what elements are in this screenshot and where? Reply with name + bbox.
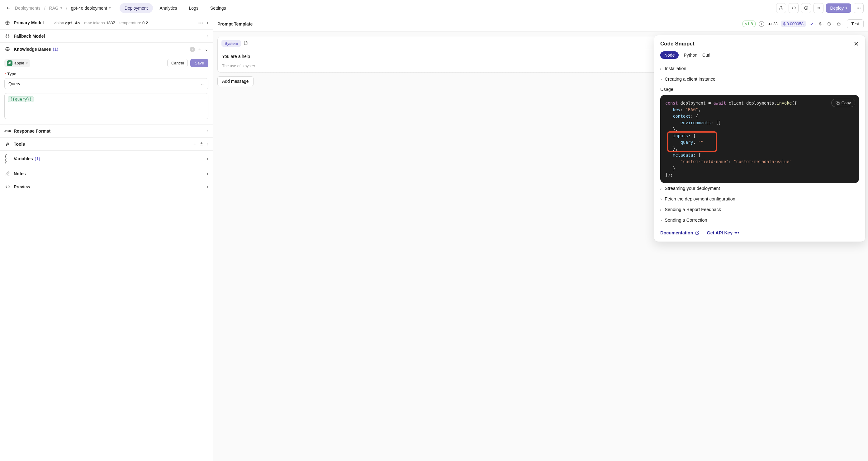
more-icon[interactable]: ⋯ <box>854 3 864 13</box>
chevron-right-icon[interactable]: › <box>207 142 208 146</box>
crumb-project[interactable]: RAG ▾ <box>49 6 62 10</box>
section-knowledge-bases[interactable]: Knowledge Bases (1) i + ⌄ <box>0 43 213 56</box>
popover-head: Code Snippet ✕ <box>660 41 859 47</box>
deploy-button[interactable]: Deploy ▾ <box>826 3 851 13</box>
acc-correction[interactable]: › Sending a Correction <box>660 215 859 225</box>
get-api-key-link[interactable]: Get API Key ••• <box>707 230 739 235</box>
chevron-right-icon[interactable]: › <box>207 129 208 134</box>
chevron-right-icon[interactable]: › <box>207 20 208 25</box>
chevron-right-icon: › <box>660 66 661 71</box>
code-token: invoke <box>777 101 792 105</box>
back-button[interactable] <box>4 4 12 12</box>
file-icon[interactable] <box>244 41 248 46</box>
crumb-project-label: RAG <box>49 6 59 10</box>
variables-title: Variables <box>14 156 33 161</box>
chevron-right-icon[interactable]: › <box>207 34 208 39</box>
code-token: = <box>708 101 711 105</box>
info-muted-icon[interactable]: i <box>190 47 195 52</box>
documentation-link[interactable]: Documentation <box>660 230 700 235</box>
acc-creating-label: Creating a client instance <box>664 76 715 81</box>
section-notes[interactable]: Notes › <box>0 167 213 180</box>
tab-settings[interactable]: Settings <box>205 3 231 13</box>
tab-deployment[interactable]: Deployment <box>120 3 153 13</box>
info-icon[interactable]: i <box>759 21 764 27</box>
section-response-format[interactable]: JSON Response Format › <box>0 125 213 138</box>
lang-tab-python[interactable]: Python <box>684 52 697 59</box>
section-primary-model[interactable]: Primary Model vision gpt-4o max tokens 1… <box>0 16 213 30</box>
top-bar: Deployments / RAG ▾ / gpt-4o deployment … <box>0 0 868 16</box>
type-select[interactable]: Query ⌄ <box>4 78 208 89</box>
chevron-right-icon[interactable]: › <box>207 184 208 189</box>
variable-chip-query: {{query}} <box>8 96 34 102</box>
acc-fetch[interactable]: › Fetch the deployment configuration <box>660 194 859 204</box>
stat-dash: - <box>815 22 816 26</box>
close-icon[interactable]: ✕ <box>854 41 859 47</box>
code-token: const <box>665 101 678 105</box>
section-tools[interactable]: Tools + › <box>0 138 213 151</box>
acc-creating-client[interactable]: › Creating a client instance <box>660 74 859 85</box>
code-token: : <box>681 107 685 112</box>
history-icon[interactable] <box>801 3 811 13</box>
notes-title: Notes <box>14 171 26 176</box>
lang-tab-curl[interactable]: Curl <box>702 52 710 59</box>
query-textarea[interactable]: {{query}} <box>4 93 208 119</box>
openai-icon <box>4 20 10 25</box>
cancel-button[interactable]: Cancel <box>167 59 188 67</box>
popover-footer: Documentation Get API Key ••• <box>660 230 859 235</box>
left-panel: Primary Model vision gpt-4o max tokens 1… <box>0 16 213 461</box>
crumb-deployments[interactable]: Deployments <box>15 6 40 10</box>
code-snippet-popover: Code Snippet ✕ Node Python Curl › Instal… <box>654 35 866 242</box>
documentation-label: Documentation <box>660 230 693 235</box>
acc-streaming[interactable]: › Streaming your deployment <box>660 183 859 194</box>
crumb-deployment-label: gpt-4o deployment <box>71 6 107 10</box>
tab-logs[interactable]: Logs <box>184 3 204 13</box>
code-block: Copy const deployment = await client.dep… <box>660 95 859 183</box>
plus-icon[interactable]: + <box>198 46 202 53</box>
kb-body: ⌘ apple ▾ Cancel Save * Type Query ⌄ {{q… <box>0 56 213 125</box>
top-tabs: Deployment Analytics Logs Settings <box>120 3 231 13</box>
more-horizontal-icon[interactable]: ⋯ <box>198 19 204 26</box>
code-token: } <box>673 166 675 171</box>
add-message-button[interactable]: Add message <box>217 76 253 86</box>
section-fallback-model[interactable]: Fallback Model › <box>0 30 213 43</box>
stat-time: - <box>827 22 834 26</box>
temp-value: 0.2 <box>142 21 148 25</box>
version-pill[interactable]: v1.8 <box>743 21 756 27</box>
save-button[interactable]: Save <box>190 59 208 67</box>
crumb-sep: / <box>44 6 45 10</box>
preview-title: Preview <box>14 184 30 189</box>
acc-installation-label: Installation <box>664 66 686 71</box>
code-icon[interactable] <box>788 3 799 13</box>
type-label: * Type <box>4 72 208 76</box>
chevron-right-icon: › <box>660 186 661 191</box>
code-token: client.deployments. <box>728 101 776 105</box>
chevron-down-icon: ▾ <box>60 6 62 10</box>
knowledge-icon <box>4 47 10 52</box>
prompt-title: Prompt Template <box>217 22 253 27</box>
kb-chips-row: ⌘ apple ▾ Cancel Save <box>4 59 208 67</box>
acc-installation[interactable]: › Installation <box>660 63 859 74</box>
test-button[interactable]: Test <box>847 19 864 28</box>
acc-report[interactable]: › Sending a Report Feedback <box>660 204 859 215</box>
chevron-down-icon[interactable]: ⌄ <box>205 47 208 52</box>
chevron-right-icon[interactable]: › <box>207 171 208 176</box>
open-external-icon[interactable] <box>813 3 824 13</box>
stat-dash: - <box>842 22 843 26</box>
section-variables[interactable]: { } Variables (1) › <box>0 151 213 167</box>
chevron-right-icon: › <box>660 218 661 223</box>
tab-analytics[interactable]: Analytics <box>155 3 182 13</box>
share-icon[interactable] <box>776 3 786 13</box>
download-icon[interactable] <box>199 141 204 146</box>
plus-icon[interactable]: + <box>193 141 196 147</box>
lang-tab-node[interactable]: Node <box>660 52 679 59</box>
code-token: : <box>728 159 734 164</box>
code-token: environments <box>681 120 711 125</box>
wrench-icon <box>4 142 10 146</box>
section-preview[interactable]: Preview › <box>0 180 213 193</box>
code-token: : [] <box>711 120 721 125</box>
kb-chip-apple[interactable]: ⌘ apple ▾ <box>4 59 30 67</box>
chevron-right-icon[interactable]: › <box>207 156 208 161</box>
system-pill[interactable]: System <box>221 40 241 47</box>
crumb-deployment[interactable]: gpt-4o deployment ▾ <box>71 6 111 10</box>
crumb-sep-2: / <box>66 6 67 10</box>
